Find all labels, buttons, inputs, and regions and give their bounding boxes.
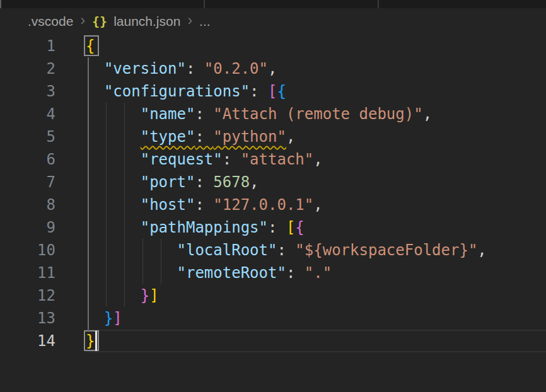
code-text: "host": "127.0.0.1", — [55, 193, 323, 216]
chevron-right-icon: › — [187, 13, 193, 30]
code-token: "${workspaceFolder}" — [295, 241, 477, 259]
code-text: "type": "python", — [55, 125, 295, 148]
code-text: }] — [55, 284, 159, 307]
code-token: , — [477, 241, 486, 259]
code-line[interactable]: 13 }] — [0, 307, 546, 330]
code-token: "pathMappings" — [141, 219, 268, 236]
code-token: : — [277, 241, 295, 259]
code-token: } — [86, 332, 95, 350]
code-text: }] — [55, 307, 122, 330]
code-line[interactable]: 11 "remoteRoot": "." — [0, 262, 546, 284]
line-number[interactable]: 2 — [0, 57, 55, 80]
code-token: [ — [286, 219, 295, 236]
code-line[interactable]: 5 "type": "python", — [0, 125, 546, 148]
code-token: , — [313, 196, 322, 214]
code-text: { — [55, 35, 95, 57]
code-token — [86, 309, 104, 327]
code-token: : — [195, 196, 213, 214]
code-token: "host" — [141, 196, 195, 214]
code-token — [86, 128, 141, 146]
code-line[interactable]: 6 "request": "attach", — [0, 148, 546, 171]
code-token: ] — [113, 309, 122, 327]
code-token: : — [195, 105, 213, 123]
line-number[interactable]: 12 — [0, 284, 55, 307]
code-token — [86, 83, 104, 100]
code-text: "pathMappings": [{ — [55, 216, 305, 239]
line-number[interactable]: 4 — [0, 103, 55, 125]
code-token: 5678 — [213, 173, 250, 191]
tab-divider — [204, 0, 205, 8]
code-token: : — [268, 219, 286, 236]
code-line[interactable]: 12 }] — [0, 284, 546, 307]
breadcrumb-item-symbol[interactable]: ... — [199, 14, 211, 29]
code-token: "request" — [141, 151, 223, 168]
code-text: "port": 5678, — [55, 171, 259, 193]
line-number[interactable]: 3 — [0, 80, 55, 103]
code-line[interactable]: 1{ — [0, 35, 546, 57]
code-line[interactable]: 8 "host": "127.0.0.1", — [0, 193, 546, 216]
code-token — [86, 287, 141, 304]
code-token — [86, 241, 177, 259]
code-line[interactable]: 14} — [0, 330, 546, 352]
code-text: "version": "0.2.0", — [55, 57, 277, 80]
code-text: "remoteRoot": "." — [55, 262, 332, 284]
code-token — [86, 105, 141, 123]
code-line[interactable]: 7 "port": 5678, — [0, 171, 546, 193]
window-edge — [0, 0, 1, 8]
code-token: "name" — [141, 105, 195, 123]
code-line[interactable]: 3 "configurations": [{ — [0, 80, 546, 103]
code-token: } — [141, 287, 149, 304]
json-file-icon: {} — [92, 14, 107, 29]
line-number[interactable]: 10 — [0, 239, 55, 262]
code-token: : — [223, 151, 241, 168]
tab-divider — [378, 0, 379, 8]
code-token: , — [250, 173, 258, 191]
code-text: "request": "attach", — [55, 148, 323, 171]
code-token — [86, 264, 177, 282]
code-token: "port" — [141, 173, 195, 191]
code-token: { — [86, 37, 95, 55]
breadcrumb-item-file[interactable]: launch.json — [113, 14, 180, 29]
line-number[interactable]: 5 — [0, 125, 55, 148]
code-line[interactable]: 9 "pathMappings": [{ — [0, 216, 546, 239]
code-token: "configurations" — [104, 83, 250, 100]
code-line[interactable]: 10 "localRoot": "${workspaceFolder}", — [0, 239, 546, 262]
code-token: ] — [149, 287, 158, 304]
line-number[interactable]: 9 — [0, 216, 55, 239]
code-token: { — [277, 83, 286, 100]
code-line[interactable]: 2 "version": "0.2.0", — [0, 57, 546, 80]
line-number[interactable]: 11 — [0, 262, 55, 284]
line-number[interactable]: 7 — [0, 171, 55, 193]
code-token: "attach" — [241, 151, 314, 168]
code-token: "127.0.0.1" — [213, 196, 313, 214]
code-text: } — [55, 330, 95, 352]
code-token: "." — [305, 264, 332, 282]
code-token: , — [423, 105, 432, 123]
code-token: { — [295, 219, 304, 236]
code-editor[interactable]: 1{2 "version": "0.2.0",3 "configurations… — [0, 35, 546, 392]
line-number[interactable]: 6 — [0, 148, 55, 171]
code-token: "version" — [104, 60, 186, 78]
code-token: : — [250, 83, 268, 100]
code-token: } — [104, 309, 113, 327]
line-number[interactable]: 8 — [0, 193, 55, 216]
code-token — [86, 173, 141, 191]
tab-bar — [0, 0, 546, 8]
code-token: , — [313, 151, 322, 168]
code-token: "Attach (remote debug)" — [213, 105, 422, 123]
code-token: : — [195, 128, 213, 146]
line-number[interactable]: 13 — [0, 307, 55, 330]
code-token: "python" — [213, 128, 286, 146]
code-token: "type" — [141, 128, 195, 146]
code-token — [86, 151, 141, 168]
line-number[interactable]: 14 — [0, 330, 55, 352]
line-number[interactable]: 1 — [0, 35, 55, 57]
code-token: : — [195, 173, 213, 191]
code-line[interactable]: 4 "name": "Attach (remote debug)", — [0, 103, 546, 125]
breadcrumb: .vscode › {} launch.json › ... — [28, 8, 211, 35]
code-token — [86, 219, 141, 236]
breadcrumb-item-folder[interactable]: .vscode — [28, 14, 73, 29]
code-text: "name": "Attach (remote debug)", — [55, 103, 432, 125]
code-token: "localRoot" — [177, 241, 277, 259]
code-token: [ — [268, 83, 277, 100]
